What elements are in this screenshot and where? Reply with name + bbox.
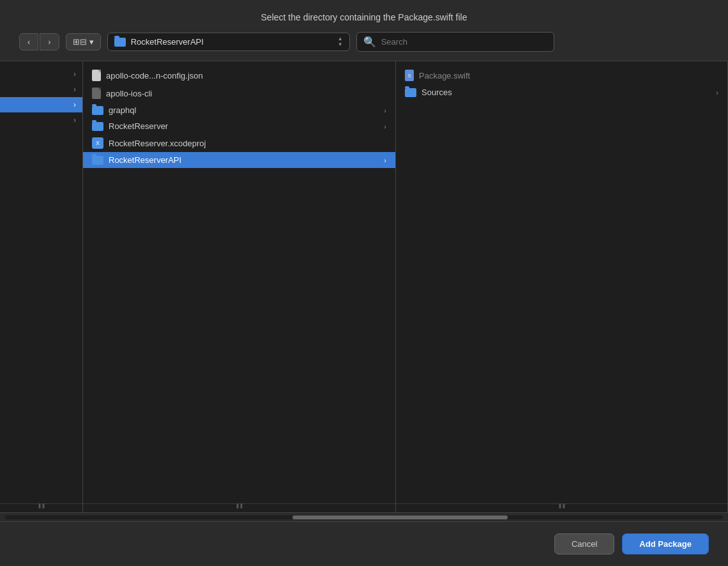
resize-dot — [38, 503, 40, 509]
list-item[interactable]: apollo-ios-cli — [83, 84, 395, 102]
swift-icon: S — [405, 70, 414, 81]
scrollbar-thumb[interactable] — [292, 516, 508, 519]
file-label: Package.swift — [419, 71, 718, 80]
sidebar-scroll: › › › › — [0, 61, 82, 503]
title-bar: Select the directory containing the Pack… — [0, 0, 728, 32]
search-input[interactable] — [381, 37, 547, 47]
col1-bottom — [0, 503, 82, 512]
search-bar[interactable]: 🔍 — [356, 32, 554, 52]
file-label: RocketReserverAPI — [109, 155, 379, 165]
list-item-selected[interactable]: RocketReserverAPI › — [83, 152, 395, 168]
down-arrow-icon: ▼ — [338, 42, 343, 47]
sidebar-column: › › › › — [0, 61, 83, 512]
location-text: RocketReserverAPI — [131, 37, 333, 47]
chevron-icon: › — [384, 123, 386, 130]
col2-bottom — [83, 503, 395, 512]
location-folder-icon — [114, 38, 126, 47]
detail-scroll: S Package.swift Sources › — [396, 61, 727, 503]
sidebar-item-1[interactable]: › — [0, 66, 82, 82]
list-item[interactable]: X RocketReserver.xcodeproj — [83, 134, 395, 152]
xcodeproj-icon: X — [92, 137, 103, 149]
chevron-icon: › — [716, 89, 718, 96]
resize-dot — [42, 503, 44, 509]
list-item[interactable]: RocketReserver › — [83, 118, 395, 134]
resize-dot — [563, 503, 565, 509]
folder-icon — [92, 122, 103, 131]
resize-handle-1[interactable] — [38, 503, 44, 509]
back-icon: ‹ — [27, 37, 30, 47]
location-bar[interactable]: RocketReserverAPI ▲ ▼ — [107, 33, 350, 51]
chevron-icon: › — [384, 107, 386, 114]
list-item[interactable]: S Package.swift — [396, 66, 727, 84]
dialog-title: Select the directory containing the Pack… — [261, 12, 467, 22]
horizontal-scrollbar[interactable] — [0, 512, 728, 521]
button-bar: Cancel Add Package — [0, 521, 728, 566]
file-icon — [92, 88, 101, 99]
view-mode-button[interactable]: ⊞⊟ ▾ — [66, 33, 101, 50]
col3-bottom — [396, 503, 727, 512]
list-item[interactable]: Sources › — [396, 84, 727, 100]
toolbar: ‹ › ⊞⊟ ▾ RocketReserverAPI ▲ ▼ 🔍 — [0, 32, 728, 61]
view-icon: ⊞⊟ — [73, 37, 87, 47]
folder-icon — [92, 156, 103, 165]
file-icon — [92, 70, 101, 81]
files-scroll: apollo-code...n-config.json apollo-ios-c… — [83, 61, 395, 503]
file-picker-dialog: Select the directory containing the Pack… — [0, 0, 728, 566]
resize-handle-3[interactable] — [559, 503, 565, 509]
files-column: apollo-code...n-config.json apollo-ios-c… — [83, 61, 396, 512]
folder-icon — [405, 88, 416, 97]
back-button[interactable]: ‹ — [19, 33, 38, 50]
search-icon: 🔍 — [363, 36, 376, 48]
chevron-icon: › — [73, 116, 76, 125]
file-label: RocketReserver — [109, 121, 379, 131]
folder-icon — [92, 106, 103, 115]
scrollbar-track — [5, 516, 723, 519]
resize-dot — [559, 503, 561, 509]
file-label: apollo-ios-cli — [106, 89, 386, 98]
location-arrows-button[interactable]: ▲ ▼ — [338, 36, 343, 47]
sidebar-item-3-active[interactable]: › — [0, 97, 82, 112]
add-package-button[interactable]: Add Package — [622, 533, 709, 555]
forward-icon: › — [48, 37, 50, 47]
chevron-icon: › — [73, 85, 76, 94]
forward-button[interactable]: › — [40, 33, 59, 50]
resize-dot — [240, 503, 242, 509]
up-arrow-icon: ▲ — [338, 36, 343, 42]
content-area: › › › › — [0, 61, 728, 512]
sidebar-item-4[interactable]: › — [0, 112, 82, 128]
chevron-icon: › — [384, 157, 386, 164]
chevron-icon: › — [73, 100, 76, 109]
list-item[interactable]: graphql › — [83, 102, 395, 118]
resize-dot — [236, 503, 238, 509]
view-chevron-icon: ▾ — [89, 37, 94, 47]
list-item[interactable]: apollo-code...n-config.json — [83, 66, 395, 84]
file-label: Sources — [421, 88, 711, 97]
file-label: RocketReserver.xcodeproj — [109, 139, 386, 148]
file-label: apollo-code...n-config.json — [106, 71, 386, 80]
file-label: graphql — [109, 105, 379, 115]
nav-buttons: ‹ › — [19, 33, 59, 50]
resize-handle-2[interactable] — [236, 503, 242, 509]
detail-column: S Package.swift Sources › — [396, 61, 728, 512]
cancel-button[interactable]: Cancel — [554, 533, 614, 555]
sidebar-item-2[interactable]: › — [0, 82, 82, 97]
chevron-icon: › — [73, 70, 76, 79]
